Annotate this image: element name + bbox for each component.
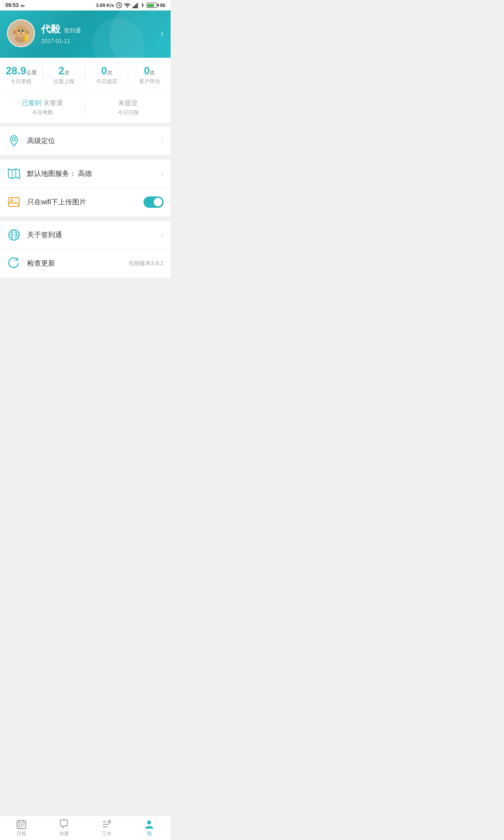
stats-container: 28.9公里 今日里程 2次 位置上报 0次 今日巡店 0次 客户拜访: [0, 58, 171, 92]
menu-text-map: 默认地图服务： 高德: [27, 169, 161, 178]
menu-text-wifi: 只在wifi下上传图片: [27, 198, 144, 207]
network-speed: 3.89 K/s: [96, 3, 114, 8]
attendance-daily: 未提交 今日日报: [86, 99, 171, 116]
svg-marker-9: [141, 2, 144, 8]
daily-status: 未提交: [86, 99, 171, 107]
menu-item-about[interactable]: 关于签到通 ›: [0, 221, 171, 249]
svg-rect-29: [9, 198, 19, 206]
status-bar: 09:53 ∞ 3.89 K/s: [0, 0, 171, 10]
header-banner[interactable]: 代毅 签到通 2017-01-11 ›: [0, 10, 171, 58]
menu-right-update: 当前版本3.8.2: [128, 259, 164, 267]
battery-percent: 86: [160, 3, 165, 8]
attendance-container: 已签到 未签退 今日考勤 未提交 今日日报: [0, 93, 171, 122]
charging-icon: [140, 2, 145, 8]
battery-indicator: 86: [147, 3, 165, 8]
globe-icon: [7, 228, 21, 242]
svg-line-2: [119, 6, 120, 6]
svg-marker-26: [8, 169, 20, 178]
menu-right-location: ›: [161, 137, 164, 145]
svg-point-21: [23, 30, 24, 31]
svg-point-15: [14, 31, 17, 34]
location-icon: [7, 134, 21, 148]
svg-point-3: [127, 7, 128, 7]
svg-rect-4: [133, 7, 134, 8]
svg-point-20: [19, 30, 20, 31]
profile-date: 2017-01-11: [41, 38, 81, 44]
menu-text-location: 高级定位: [27, 136, 161, 146]
stat-patrol: 0次 今日巡店: [86, 65, 129, 85]
stat-location-label: 位置上报: [43, 78, 85, 85]
divider-2: [0, 155, 171, 160]
attendance-checkin: 已签到 未签退 今日考勤: [0, 99, 86, 116]
wifi-upload-toggle[interactable]: [144, 196, 164, 208]
divider-1: [0, 122, 171, 127]
chevron-right-icon-about: ›: [161, 231, 164, 239]
refresh-icon: [7, 256, 21, 270]
stat-distance-label: 今日里程: [0, 78, 42, 85]
wifi-icon: [124, 2, 131, 8]
profile-name: 代毅: [41, 23, 60, 36]
svg-rect-5: [134, 6, 135, 8]
svg-point-19: [22, 30, 24, 32]
infinity-icon: ∞: [21, 2, 24, 9]
stat-visit-value: 0次: [128, 65, 171, 77]
update-version: 当前版本3.8.2: [128, 259, 164, 267]
svg-rect-7: [136, 3, 138, 8]
menu-item-map[interactable]: 默认地图服务： 高德 ›: [0, 160, 171, 188]
menu-item-update[interactable]: 检查更新 当前版本3.8.2: [0, 249, 171, 278]
menu-item-location[interactable]: 高级定位 ›: [0, 127, 171, 155]
svg-point-18: [18, 30, 21, 32]
profile-tag: 签到通: [64, 27, 81, 35]
menu-right-about: ›: [161, 231, 164, 239]
menu-text-update: 检查更新: [27, 259, 128, 268]
avatar: [7, 19, 35, 47]
svg-rect-8: [138, 2, 139, 8]
stat-patrol-value: 0次: [86, 65, 128, 77]
checkin-status: 已签到 未签退: [0, 99, 85, 107]
stat-distance-value: 28.9公里: [0, 65, 42, 77]
menu-right-map: ›: [161, 170, 164, 178]
map-icon: [7, 167, 21, 181]
stat-patrol-label: 今日巡店: [86, 78, 128, 85]
image-icon: [7, 195, 21, 209]
stat-visit-label: 客户拜访: [128, 78, 171, 85]
svg-point-22: [20, 32, 22, 33]
stat-distance: 28.9公里 今日里程: [0, 65, 43, 85]
svg-rect-23: [24, 36, 28, 41]
svg-point-25: [13, 138, 16, 141]
status-time: 09:53: [5, 2, 19, 8]
checkin-label: 今日考勤: [0, 109, 85, 116]
chevron-right-icon: ›: [161, 137, 164, 145]
chevron-right-icon-map: ›: [161, 170, 164, 178]
divider-3: [0, 217, 171, 221]
svg-point-30: [11, 200, 13, 202]
svg-rect-6: [135, 4, 136, 8]
menu-text-about: 关于签到通: [27, 231, 161, 240]
signal-icon: [133, 2, 139, 8]
header-chevron-right-icon[interactable]: ›: [161, 28, 164, 39]
menu-item-wifi-upload[interactable]: 只在wifi下上传图片: [0, 188, 171, 217]
svg-point-24: [25, 33, 28, 36]
profile-info: 代毅 签到通 2017-01-11: [41, 23, 81, 44]
stat-location: 2次 位置上报: [43, 65, 86, 85]
stat-visit: 0次 客户拜访: [128, 65, 171, 85]
daily-label: 今日日报: [86, 109, 171, 116]
clock-icon: [116, 2, 122, 8]
profile-section: 代毅 签到通 2017-01-11: [7, 19, 81, 47]
stat-location-value: 2次: [43, 65, 85, 77]
menu-right-wifi[interactable]: [144, 196, 164, 208]
